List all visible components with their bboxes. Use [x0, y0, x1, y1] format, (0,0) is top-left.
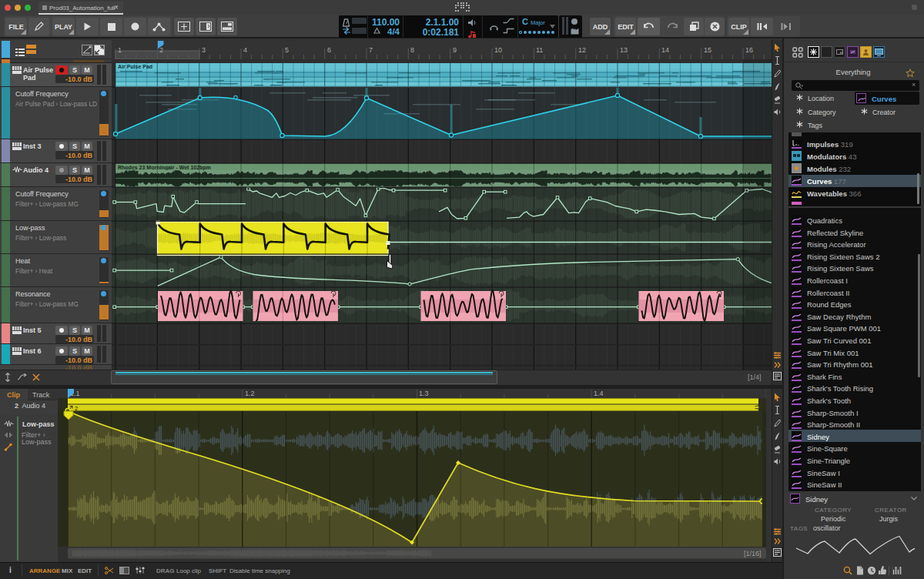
svg-text:16: 16	[745, 46, 753, 54]
svg-text:10: 10	[494, 46, 502, 54]
svg-text:12: 12	[578, 46, 586, 54]
svg-text:1.4: 1.4	[594, 390, 604, 397]
svg-text:7: 7	[369, 46, 373, 54]
svg-text:6: 6	[327, 46, 331, 54]
svg-text:1.2: 1.2	[245, 390, 255, 397]
svg-text:Rhodes 23 Morningair - Wet 102: Rhodes 23 Morningair - Wet 102bpm	[118, 165, 211, 171]
svg-text:1: 1	[118, 46, 122, 54]
svg-text:3: 3	[202, 46, 206, 54]
svg-text:4: 4	[243, 46, 247, 54]
svg-text:15: 15	[704, 46, 711, 54]
svg-text:13: 13	[620, 46, 628, 54]
svg-text:11: 11	[536, 46, 543, 54]
svg-text:14: 14	[661, 46, 669, 54]
svg-text:Air Pulse Pad: Air Pulse Pad	[118, 64, 152, 69]
svg-text:2: 2	[159, 46, 163, 54]
svg-text:[1/16]: [1/16]	[744, 550, 762, 557]
svg-text:2: 2	[75, 405, 78, 412]
svg-text:9: 9	[453, 46, 457, 54]
svg-text:8: 8	[410, 46, 414, 54]
svg-text:5: 5	[285, 46, 289, 54]
svg-text:1.3: 1.3	[419, 390, 429, 397]
